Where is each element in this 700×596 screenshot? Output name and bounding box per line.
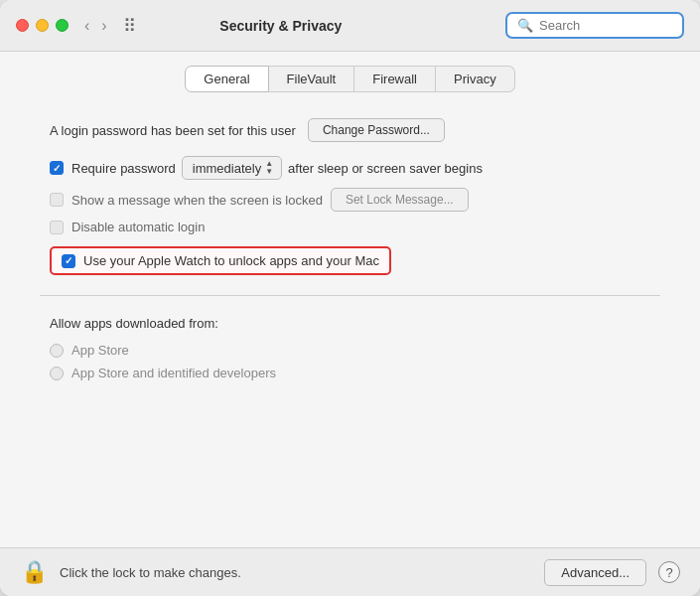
radio-identified-row: App Store and identified developers	[50, 366, 660, 380]
radio-identified-label: App Store and identified developers	[71, 366, 276, 380]
traffic-lights	[16, 19, 69, 32]
search-box[interactable]: 🔍	[505, 12, 684, 39]
titlebar: ‹ › ⠿ Security & Privacy 🔍	[0, 0, 700, 52]
disable-autologin-label: Disable automatic login	[71, 220, 205, 234]
login-password-row: A login password has been set for this u…	[40, 118, 660, 142]
radio-app-store-label: App Store	[71, 343, 129, 358]
main-content: A login password has been set for this u…	[0, 102, 700, 547]
footer-text: Click the lock to make changes.	[60, 565, 532, 580]
tab-privacy[interactable]: Privacy	[436, 66, 515, 92]
section-divider	[40, 295, 660, 296]
apple-watch-label: Use your Apple Watch to unlock apps and …	[83, 253, 379, 268]
advanced-button[interactable]: Advanced...	[544, 559, 646, 586]
allow-apps-section: Allow apps downloaded from: App Store Ap…	[40, 316, 660, 380]
search-icon: 🔍	[517, 18, 533, 33]
radio-app-store[interactable]	[50, 344, 64, 358]
show-message-checkbox[interactable]	[50, 193, 64, 207]
timing-arrows: ▲ ▼	[265, 160, 273, 176]
minimize-button[interactable]	[36, 19, 49, 32]
apple-watch-checkbox[interactable]	[62, 254, 75, 268]
radio-app-store-identified[interactable]	[50, 367, 64, 380]
maximize-button[interactable]	[56, 19, 69, 32]
show-message-row: Show a message when the screen is locked…	[50, 188, 660, 212]
require-password-label: Require password	[71, 161, 176, 176]
radio-group: App Store App Store and identified devel…	[50, 343, 660, 380]
timing-value: immediately	[193, 161, 261, 176]
apple-watch-row: Use your Apple Watch to unlock apps and …	[50, 246, 660, 275]
disable-autologin-row: Disable automatic login	[50, 220, 660, 234]
window: ‹ › ⠿ Security & Privacy 🔍 General FileV…	[0, 0, 700, 596]
require-password-row: Require password immediately ▲ ▼ after s…	[50, 156, 660, 180]
tab-firewall[interactable]: Firewall	[354, 66, 436, 92]
allow-apps-title: Allow apps downloaded from:	[50, 316, 660, 331]
close-button[interactable]	[16, 19, 29, 32]
disable-autologin-checkbox[interactable]	[50, 221, 64, 234]
set-lock-message-button[interactable]: Set Lock Message...	[331, 188, 469, 212]
help-button[interactable]: ?	[658, 561, 680, 583]
timing-dropdown[interactable]: immediately ▲ ▼	[182, 156, 282, 180]
lock-icon[interactable]: 🔒	[20, 558, 48, 586]
tab-general[interactable]: General	[185, 66, 268, 92]
require-password-checkbox[interactable]	[50, 161, 64, 175]
after-sleep-label: after sleep or screen saver begins	[288, 161, 483, 176]
tabs-bar: General FileVault Firewall Privacy	[0, 52, 700, 102]
window-title: Security & Privacy	[69, 18, 493, 34]
footer: 🔒 Click the lock to make changes. Advanc…	[0, 547, 700, 596]
login-password-label: A login password has been set for this u…	[50, 123, 296, 138]
options-section: Require password immediately ▲ ▼ after s…	[40, 156, 660, 275]
search-input[interactable]	[539, 18, 678, 33]
password-timing: Require password immediately ▲ ▼ after s…	[71, 156, 483, 180]
tab-filevault[interactable]: FileVault	[269, 66, 355, 92]
apple-watch-container: Use your Apple Watch to unlock apps and …	[50, 246, 391, 275]
radio-app-store-row: App Store	[50, 343, 660, 358]
show-message-label: Show a message when the screen is locked	[71, 193, 323, 208]
change-password-button[interactable]: Change Password...	[308, 118, 445, 142]
